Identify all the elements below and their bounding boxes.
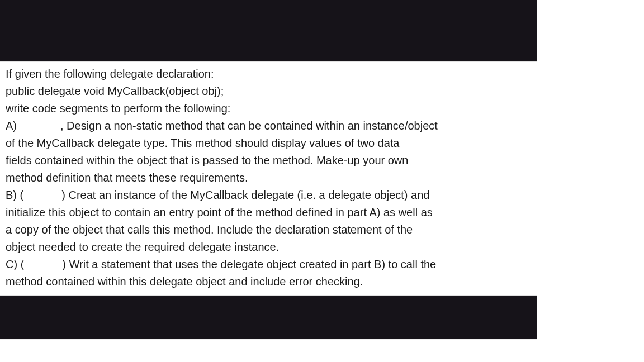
part-b-line-2: initialize this object to contain an ent… bbox=[6, 204, 531, 221]
intro-line-3: write code segments to perform the follo… bbox=[6, 100, 531, 117]
question-content: If given the following delegate declarat… bbox=[0, 61, 537, 296]
part-a-line-4: method definition that meets these requi… bbox=[6, 169, 531, 187]
part-a-line-3: fields contained within the object that … bbox=[6, 152, 531, 169]
intro-line-1: If given the following delegate declarat… bbox=[6, 65, 531, 83]
part-c-line-2: method contained within this delegate ob… bbox=[6, 273, 531, 290]
bottom-black-band bbox=[0, 296, 537, 339]
part-b-line-3: a copy of the object that calls this met… bbox=[6, 221, 531, 239]
top-black-band bbox=[0, 0, 537, 61]
part-a-line-1: A), Design a non-static method that can … bbox=[6, 117, 531, 135]
part-c-label: C) ( bbox=[6, 258, 24, 270]
part-b-label: B) ( bbox=[6, 189, 23, 201]
part-a-label: A) bbox=[6, 120, 17, 132]
part-b-line-4: object needed to create the required del… bbox=[6, 239, 531, 256]
part-c-line-1: C) () Writ a statement that uses the del… bbox=[6, 256, 531, 273]
part-a-line-2: of the MyCallback delegate type. This me… bbox=[6, 135, 531, 152]
stage: If given the following delegate declarat… bbox=[0, 0, 644, 362]
question-panel: If given the following delegate declarat… bbox=[0, 0, 537, 339]
part-b-line-1: B) () Creat an instance of the MyCallbac… bbox=[6, 187, 531, 204]
intro-line-2: public delegate void MyCallback(object o… bbox=[6, 83, 531, 100]
part-b-text-1: ) Creat an instance of the MyCallback de… bbox=[61, 189, 429, 201]
part-c-text-1: ) Writ a statement that uses the delegat… bbox=[62, 258, 436, 270]
part-a-text-1: , Design a non-static method that can be… bbox=[60, 120, 438, 132]
